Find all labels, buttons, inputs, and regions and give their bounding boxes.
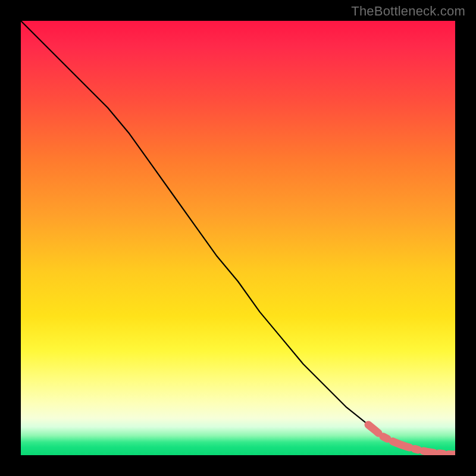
- chart-frame: TheBottleneck.com: [0, 0, 476, 476]
- highlight-segment: [368, 425, 455, 455]
- main-curve: [21, 21, 455, 455]
- plot-area: [21, 21, 455, 455]
- chart-overlay: [21, 21, 455, 455]
- attribution-text: TheBottleneck.com: [351, 4, 465, 19]
